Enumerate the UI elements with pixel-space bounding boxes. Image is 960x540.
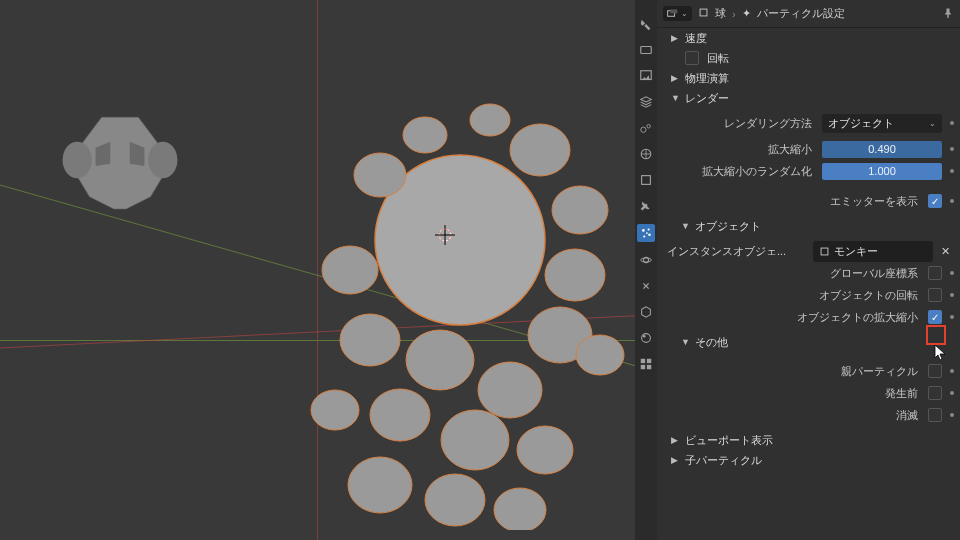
svg-rect-52 bbox=[700, 9, 707, 16]
svg-rect-51 bbox=[670, 9, 677, 13]
tool-tab-icon[interactable] bbox=[638, 16, 654, 32]
panel-object[interactable]: ▼オブジェクト bbox=[657, 216, 960, 236]
instance-object-label: インスタンスオブジェ... bbox=[667, 244, 809, 259]
panel-misc[interactable]: ▼その他 bbox=[657, 332, 960, 352]
svg-point-16 bbox=[478, 362, 542, 418]
editor-type-selector[interactable]: ⌄ bbox=[663, 6, 692, 21]
breadcrumb-object[interactable]: 球 bbox=[715, 6, 726, 21]
svg-point-20 bbox=[348, 457, 412, 513]
render-tab-icon[interactable] bbox=[638, 42, 654, 58]
pin-icon[interactable] bbox=[942, 7, 954, 21]
object-rotation-check[interactable] bbox=[928, 288, 942, 302]
3d-viewport[interactable] bbox=[0, 0, 635, 540]
breadcrumb-settings[interactable]: パーティクル設定 bbox=[757, 6, 845, 21]
svg-point-25 bbox=[403, 117, 447, 153]
unborn-check[interactable] bbox=[928, 386, 942, 400]
animate-dot[interactable] bbox=[950, 369, 954, 373]
object-icon bbox=[698, 7, 709, 20]
animate-dot[interactable] bbox=[950, 413, 954, 417]
svg-point-22 bbox=[494, 488, 546, 530]
panel-physics[interactable]: ▶物理演算 bbox=[657, 68, 960, 88]
particles-icon: ✦ bbox=[742, 7, 751, 20]
scale-random-field[interactable]: 1.000 bbox=[822, 163, 942, 180]
properties-panel: ⌄ 球 › ✦ パーティクル設定 ▶速度 回転 ▶物理演算 ▼レンダー レンダリ… bbox=[657, 0, 960, 540]
animate-dot[interactable] bbox=[950, 199, 954, 203]
dead-label: 消滅 bbox=[657, 408, 924, 423]
svg-point-26 bbox=[470, 104, 510, 136]
render-method-label: レンダリング方法 bbox=[657, 116, 818, 131]
svg-point-11 bbox=[545, 249, 605, 301]
render-method-select[interactable]: オブジェクト⌄ bbox=[822, 114, 942, 133]
svg-point-24 bbox=[576, 335, 624, 375]
global-coord-label: グローバル座標系 bbox=[657, 266, 924, 281]
svg-point-10 bbox=[552, 186, 608, 234]
svg-rect-32 bbox=[641, 71, 652, 80]
svg-point-18 bbox=[441, 410, 509, 470]
svg-point-13 bbox=[322, 246, 378, 294]
svg-point-21 bbox=[425, 474, 485, 526]
svg-point-23 bbox=[311, 390, 359, 430]
instance-object-field[interactable]: モンキー bbox=[813, 241, 933, 262]
panel-children[interactable]: ▶子パーティクル bbox=[657, 450, 960, 470]
svg-point-3 bbox=[63, 142, 92, 179]
svg-rect-53 bbox=[821, 248, 828, 255]
svg-point-19 bbox=[517, 426, 573, 474]
panel-render[interactable]: ▼レンダー bbox=[657, 88, 960, 108]
svg-point-14 bbox=[340, 314, 400, 366]
panel-velocity[interactable]: ▶速度 bbox=[657, 28, 960, 48]
panel-viewport[interactable]: ▶ビューポート表示 bbox=[657, 430, 960, 450]
object-rotation-label: オブジェクトの回転 bbox=[657, 288, 924, 303]
animate-dot[interactable] bbox=[950, 315, 954, 319]
panel-rotation[interactable]: 回転 bbox=[657, 48, 960, 68]
animate-dot[interactable] bbox=[950, 147, 954, 151]
rotation-enable-check[interactable] bbox=[685, 51, 699, 65]
object-scale-label: オブジェクトの拡大縮小 bbox=[657, 310, 924, 325]
mouse-cursor bbox=[934, 344, 948, 365]
parent-particle-label: 親パーティクル bbox=[657, 364, 924, 379]
animate-dot[interactable] bbox=[950, 271, 954, 275]
clear-instance-button[interactable]: ✕ bbox=[937, 245, 954, 258]
svg-rect-31 bbox=[641, 47, 652, 54]
global-coord-check[interactable] bbox=[928, 266, 942, 280]
suzanne-mesh bbox=[55, 105, 185, 215]
animate-dot[interactable] bbox=[950, 121, 954, 125]
parent-particle-check[interactable] bbox=[928, 364, 942, 378]
show-emitter-check[interactable]: ✓ bbox=[928, 194, 942, 208]
animate-dot[interactable] bbox=[950, 169, 954, 173]
dead-check[interactable] bbox=[928, 408, 942, 422]
svg-point-8 bbox=[354, 153, 406, 197]
svg-point-4 bbox=[148, 142, 177, 179]
svg-point-17 bbox=[370, 389, 430, 441]
svg-point-15 bbox=[406, 330, 474, 390]
animate-dot[interactable] bbox=[950, 293, 954, 297]
object-scale-check[interactable]: ✓ bbox=[928, 310, 942, 324]
breadcrumb: ⌄ 球 › ✦ パーティクル設定 bbox=[657, 0, 960, 28]
highlight-annotation bbox=[926, 325, 946, 345]
scale-random-label: 拡大縮小のランダム化 bbox=[657, 164, 818, 179]
unborn-label: 発生前 bbox=[657, 386, 924, 401]
properties-editor: ⌄ 球 › ✦ パーティクル設定 ▶速度 回転 ▶物理演算 ▼レンダー レンダリ… bbox=[635, 0, 960, 540]
show-emitter-label: エミッターを表示 bbox=[657, 194, 924, 209]
particle-sphere bbox=[290, 80, 670, 530]
svg-point-9 bbox=[510, 124, 570, 176]
animate-dot[interactable] bbox=[950, 391, 954, 395]
scale-field[interactable]: 0.490 bbox=[822, 141, 942, 158]
scale-label: 拡大縮小 bbox=[657, 142, 818, 157]
